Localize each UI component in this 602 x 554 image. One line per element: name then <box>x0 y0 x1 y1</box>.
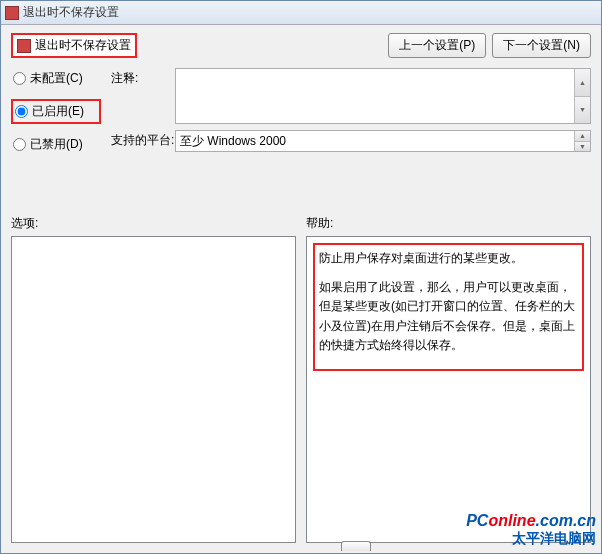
watermark: PConline.com.cn 太平洋电脑网 <box>466 512 596 548</box>
platform-row: 支持的平台: 至少 Windows 2000 ▲ ▼ <box>111 130 591 152</box>
help-paragraph: 如果启用了此设置，那么，用户可以更改桌面，但是某些更改(如已打开窗口的位置、任务… <box>319 278 578 355</box>
app-icon <box>5 6 19 20</box>
help-paragraph: 防止用户保存对桌面进行的某些更改。 <box>319 249 578 268</box>
lower-panes: 选项: 帮助: 防止用户保存对桌面进行的某些更改。 如果启用了此设置，那么，用户… <box>11 215 591 543</box>
platform-spinner: ▲ ▼ <box>574 131 590 151</box>
options-label: 选项: <box>11 215 296 232</box>
spin-up-icon[interactable]: ▲ <box>574 131 590 142</box>
radio-disabled-label: 已禁用(D) <box>30 136 83 153</box>
config-area: 未配置(C) 已启用(E) 已禁用(D) 注释: ▲ <box>11 68 591 165</box>
window-title: 退出时不保存设置 <box>23 4 119 21</box>
dialog-window: 退出时不保存设置 退出时不保存设置 上一个设置(P) 下一个设置(N) 未配置(… <box>0 0 602 554</box>
header-row: 退出时不保存设置 上一个设置(P) 下一个设置(N) <box>11 33 591 58</box>
watermark-line2: 太平洋电脑网 <box>466 530 596 548</box>
fields-column: 注释: ▲ ▼ 支持的平台: 至少 Windows 2000 ▲ <box>111 68 591 165</box>
options-pane-wrap: 选项: <box>11 215 296 543</box>
platform-label: 支持的平台: <box>111 130 175 149</box>
radio-enabled-input[interactable] <box>15 105 28 118</box>
spin-up-icon[interactable]: ▲ <box>574 69 590 97</box>
help-pane-wrap: 帮助: 防止用户保存对桌面进行的某些更改。 如果启用了此设置，那么，用户可以更改… <box>306 215 591 543</box>
setting-icon <box>17 39 31 53</box>
radio-enabled[interactable]: 已启用(E) <box>11 99 101 124</box>
radio-disabled-input[interactable] <box>13 138 26 151</box>
radio-disabled[interactable]: 已禁用(D) <box>11 134 101 155</box>
radio-not-configured-label: 未配置(C) <box>30 70 83 87</box>
radio-column: 未配置(C) 已启用(E) 已禁用(D) <box>11 68 101 165</box>
radio-not-configured[interactable]: 未配置(C) <box>11 68 101 89</box>
prev-setting-button[interactable]: 上一个设置(P) <box>388 33 486 58</box>
comment-textbox[interactable]: ▲ ▼ <box>175 68 591 124</box>
spin-down-icon[interactable]: ▼ <box>574 97 590 124</box>
titlebar: 退出时不保存设置 <box>1 1 601 25</box>
comment-spinner: ▲ ▼ <box>574 69 590 123</box>
platform-value: 至少 Windows 2000 <box>180 133 286 150</box>
spin-down-icon[interactable]: ▼ <box>574 142 590 152</box>
platform-textbox: 至少 Windows 2000 ▲ ▼ <box>175 130 591 152</box>
help-label: 帮助: <box>306 215 591 232</box>
watermark-line1: PConline.com.cn <box>466 512 596 530</box>
setting-title-text: 退出时不保存设置 <box>35 37 131 54</box>
nav-buttons: 上一个设置(P) 下一个设置(N) <box>388 33 591 58</box>
next-setting-button[interactable]: 下一个设置(N) <box>492 33 591 58</box>
help-text-box: 防止用户保存对桌面进行的某些更改。 如果启用了此设置，那么，用户可以更改桌面，但… <box>313 243 584 371</box>
comment-row: 注释: ▲ ▼ <box>111 68 591 124</box>
options-pane <box>11 236 296 543</box>
help-pane: 防止用户保存对桌面进行的某些更改。 如果启用了此设置，那么，用户可以更改桌面，但… <box>306 236 591 543</box>
content-area: 退出时不保存设置 上一个设置(P) 下一个设置(N) 未配置(C) 已启用(E) <box>1 25 601 553</box>
setting-title-box: 退出时不保存设置 <box>11 33 137 58</box>
comment-label: 注释: <box>111 68 175 87</box>
partial-button[interactable] <box>341 541 371 551</box>
radio-not-configured-input[interactable] <box>13 72 26 85</box>
radio-enabled-label: 已启用(E) <box>32 103 84 120</box>
